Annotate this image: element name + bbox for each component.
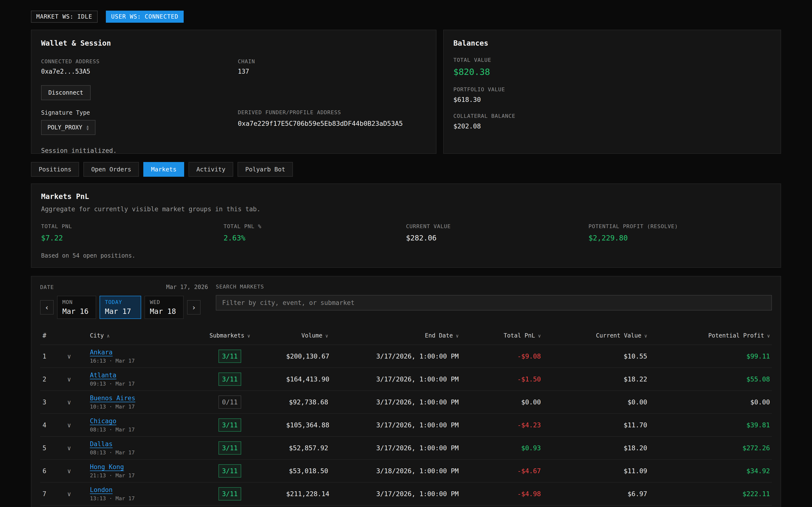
day-card-today[interactable]: TODAY Mar 17 [100, 296, 141, 319]
signature-type-select[interactable]: POLY_PROXY ▵▿ [41, 120, 95, 135]
connected-address-value: 0xa7e2...53A5 [41, 68, 238, 75]
col-current-value[interactable]: Current Value∨ [543, 332, 649, 339]
submarkets-badge: 3/11 [218, 350, 241, 363]
markets-pnl-subtitle: Aggregate for currently visible market g… [41, 206, 771, 213]
table-row-dallas: 5 ∨ Dallas08:13 · Mar 17 3/11 $52,857.92… [40, 437, 772, 460]
markets-pnl-footer: Based on 54 open positions. [41, 252, 771, 259]
chain-label: CHAIN [238, 58, 426, 64]
user-ws-badge: USER WS: CONNECTED [106, 11, 184, 23]
col-total-pnl[interactable]: Total PnL∨ [461, 332, 543, 339]
col-submarkets[interactable]: Submarkets∨ [175, 332, 284, 339]
submarkets-badge: 3/11 [218, 464, 241, 477]
col-city[interactable]: City∧ [81, 332, 175, 339]
collateral-balance: $202.08 [453, 122, 771, 130]
total-pnl-cell: $0.00 [521, 398, 541, 406]
chevron-down-icon[interactable]: ∨ [67, 421, 71, 429]
col-end-date[interactable]: End Date∨ [330, 332, 461, 339]
day-card-mar18[interactable]: WED Mar 18 [145, 296, 184, 319]
table-row-buenos-aires: 3 ∨ Buenos Aires10:13 · Mar 17 0/11 $92,… [40, 391, 772, 414]
volume-cell: $92,738.68 [284, 398, 330, 406]
day-card-weekday: MON [62, 299, 91, 305]
potential-profit-cell: $55.08 [746, 376, 770, 383]
chevron-down-icon[interactable]: ∨ [67, 490, 71, 498]
stat-current-value-value: $282.06 [406, 234, 589, 242]
day-card-date: Mar 18 [150, 307, 179, 316]
chevron-down-icon[interactable]: ∨ [67, 467, 71, 475]
wallet-session-panel: Wallet & Session CONNECTED ADDRESS 0xa7e… [31, 30, 437, 154]
city-link[interactable]: Chicago [90, 417, 116, 425]
potential-profit-cell: $0.00 [750, 398, 770, 406]
sort-desc-icon: ∨ [247, 333, 250, 339]
sort-desc-icon: ∨ [644, 333, 647, 339]
day-card-mar16[interactable]: MON Mar 16 [57, 296, 96, 319]
chevron-down-icon[interactable]: ∨ [67, 399, 71, 406]
end-date-cell: 3/17/2026, 1:00:00 PM [330, 398, 461, 406]
tab-activity[interactable]: Activity [189, 162, 233, 177]
current-value-cell: $18.20 [623, 444, 647, 452]
sort-desc-icon: ∨ [325, 333, 328, 339]
table-row-london: 7 ∨ London13:13 · Mar 17 3/11 $211,228.1… [40, 483, 772, 506]
session-status-text: Session initialized. [41, 147, 426, 154]
current-value-cell: $0.00 [627, 398, 647, 406]
chevron-down-icon[interactable]: ∨ [67, 376, 71, 383]
city-link[interactable]: Dallas [90, 440, 113, 448]
disconnect-button[interactable]: Disconnect [41, 85, 91, 100]
volume-cell: $52,857.92 [284, 444, 330, 452]
city-time: 08:13 · Mar 17 [90, 427, 173, 433]
chevron-left-icon: ‹ [45, 303, 49, 312]
total-pnl-cell: -$4.67 [517, 467, 541, 475]
chevron-down-icon[interactable]: ∨ [67, 353, 71, 360]
next-day-button[interactable]: › [187, 300, 201, 315]
day-card-weekday: TODAY [105, 299, 136, 305]
end-date-cell: 3/17/2026, 1:00:00 PM [330, 352, 461, 360]
tab-positions[interactable]: Positions [31, 162, 79, 177]
tab-polyarb-bot[interactable]: Polyarb Bot [238, 162, 293, 177]
tab-open-orders[interactable]: Open Orders [83, 162, 139, 177]
end-date-cell: 3/18/2026, 1:00:00 PM [330, 467, 461, 475]
sort-desc-icon: ∨ [456, 333, 459, 339]
potential-profit-cell: $222.11 [743, 490, 770, 498]
tab-markets[interactable]: Markets [143, 162, 184, 177]
portfolio-value: $618.30 [453, 96, 771, 103]
table-row-hong-kong: 6 ∨ Hong Kong21:13 · Mar 17 3/11 $53,018… [40, 460, 772, 483]
total-pnl-cell: -$4.98 [517, 490, 541, 498]
markets-pnl-panel: Markets PnL Aggregate for currently visi… [31, 183, 781, 268]
stat-total-pnl-value: $7.22 [41, 234, 223, 242]
volume-cell: $53,018.50 [284, 467, 330, 475]
date-value: Mar 17, 2026 [166, 284, 208, 290]
submarkets-badge: 3/11 [218, 373, 241, 386]
stat-total-pnl-pct: TOTAL PNL % 2.63% [223, 223, 406, 242]
sort-desc-icon: ∨ [538, 333, 541, 339]
city-link[interactable]: London [90, 486, 113, 494]
current-value-cell: $11.09 [623, 467, 647, 475]
city-link[interactable]: Atlanta [90, 372, 116, 379]
city-link[interactable]: Ankara [90, 349, 113, 356]
col-potential-profit[interactable]: Potential Profit∨ [649, 332, 772, 339]
derived-address-label: DERIVED FUNDER/PROFILE ADDRESS [238, 109, 426, 115]
city-time: 16:13 · Mar 17 [90, 358, 173, 364]
volume-cell: $105,364.88 [284, 421, 330, 429]
current-value-cell: $10.55 [623, 352, 647, 360]
balances-panel-title: Balances [453, 39, 771, 47]
stat-potential-profit: POTENTIAL PROFIT (RESOLVE) $2,229.80 [589, 223, 771, 242]
date-label: DATE [40, 284, 54, 290]
submarkets-badge: 3/11 [218, 441, 241, 455]
city-link[interactable]: Hong Kong [90, 463, 124, 470]
connected-address-label: CONNECTED ADDRESS [41, 58, 238, 64]
col-volume[interactable]: Volume∨ [284, 332, 330, 339]
prev-day-button[interactable]: ‹ [40, 300, 54, 315]
end-date-cell: 3/17/2026, 1:00:00 PM [330, 376, 461, 383]
stat-potential-profit-value: $2,229.80 [589, 234, 771, 242]
search-input[interactable] [216, 295, 772, 311]
submarkets-badge: 3/11 [218, 487, 241, 501]
potential-profit-cell: $39.81 [746, 421, 770, 429]
row-number: 4 [40, 421, 57, 429]
city-time: 13:13 · Mar 17 [90, 495, 173, 501]
table-row-ankara: 1 ∨ Ankara16:13 · Mar 17 3/11 $200,130.6… [40, 345, 772, 368]
portfolio-value-label: PORTFOLIO VALUE [453, 87, 771, 93]
top-panels: Wallet & Session CONNECTED ADDRESS 0xa7e… [31, 30, 781, 154]
city-link[interactable]: Buenos Aires [90, 394, 135, 402]
chevron-down-icon[interactable]: ∨ [67, 445, 71, 452]
potential-profit-cell: $99.11 [746, 352, 770, 360]
stat-total-pnl-pct-value: 2.63% [223, 234, 406, 242]
